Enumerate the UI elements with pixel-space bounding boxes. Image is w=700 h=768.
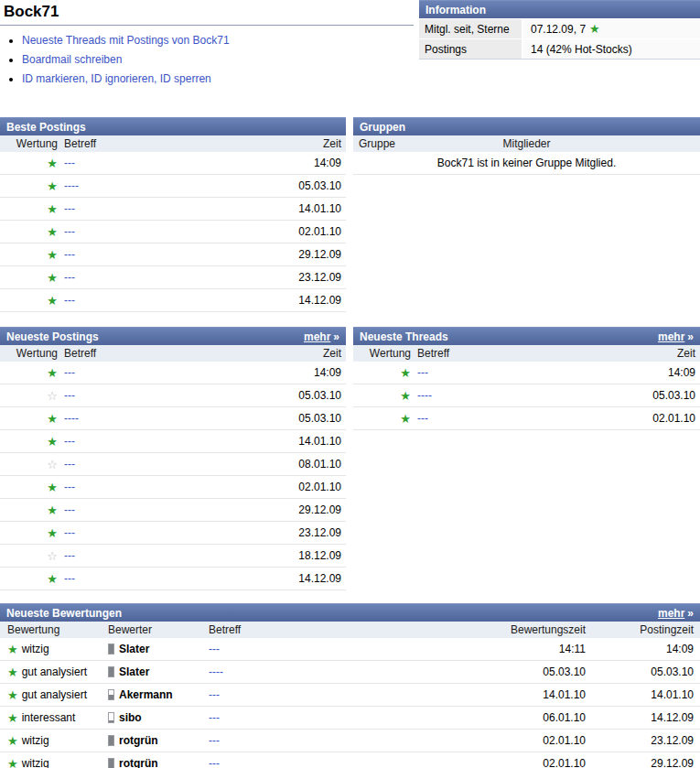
col-bewerter: Bewerter: [108, 623, 209, 636]
bewerter-cell: Akermann: [108, 688, 209, 701]
zeit-value: 29.12.09: [75, 503, 346, 516]
rating-star-icon: ★: [7, 666, 18, 678]
betreff-link[interactable]: ----: [64, 412, 79, 425]
column-header-row: Wertung Betreff Zeit: [0, 135, 346, 152]
table-row: ★ --- 14:09: [0, 362, 346, 384]
link-neueste-threads-von-user[interactable]: Neueste Threads mit Postings von Bock71: [22, 34, 230, 47]
star-icon: ★: [589, 23, 600, 35]
beste-postings-rows: ★ --- 14:09 ★ ---- 05.03.10 ★ --- 14.01.…: [0, 152, 346, 312]
table-row: ★ --- 23.12.09: [0, 266, 346, 289]
betreff-link[interactable]: ---: [64, 503, 75, 516]
betreff-link[interactable]: ---: [64, 572, 75, 585]
column-header-row: Wertung Betreff Zeit: [0, 345, 346, 362]
rating-label: gut analysiert: [22, 688, 87, 701]
betreff-link[interactable]: ----: [64, 179, 79, 192]
bewerter-link[interactable]: sibo: [119, 711, 142, 724]
panel-title: Gruppen: [360, 121, 405, 134]
mehr-link[interactable]: mehr»: [658, 607, 694, 620]
title-divider: [0, 25, 414, 26]
betreff-link[interactable]: ---: [417, 412, 428, 425]
table-row: ☆ --- 18.12.09: [0, 545, 346, 568]
betreff-link[interactable]: ---: [209, 757, 220, 768]
col-wertung: Wertung: [0, 137, 58, 150]
mehr-label[interactable]: mehr: [658, 330, 684, 343]
zeit-value: 14:09: [75, 366, 346, 379]
betreff-link[interactable]: ---: [209, 711, 220, 724]
link-id-aktionen[interactable]: ID markieren, ID ignorieren, ID sperren: [22, 72, 211, 85]
bewertungszeit-value: 14:11: [448, 643, 586, 655]
user-level-icon: [108, 666, 114, 677]
bewerter-link[interactable]: Akermann: [119, 688, 173, 701]
mehr-link[interactable]: mehr»: [658, 330, 694, 343]
bewertung-cell: ★ interessant: [0, 711, 108, 724]
rating-star-icon: ★: [0, 180, 58, 192]
bewertung-cell: ★ gut analysiert: [0, 688, 108, 701]
bewerter-link[interactable]: rotgrün: [119, 757, 158, 768]
table-row: ★ --- 14:09: [353, 362, 700, 384]
betreff-link[interactable]: ---: [64, 481, 75, 493]
zeit-value: 05.03.10: [79, 179, 346, 192]
col-wertung: Wertung: [0, 347, 58, 360]
col-postingzeit: Postingzeit: [586, 623, 700, 636]
zeit-value: 05.03.10: [75, 389, 346, 402]
betreff-link[interactable]: ----: [209, 665, 223, 678]
table-row: ★ --- 14.01.10: [0, 198, 346, 221]
betreff-link[interactable]: ---: [64, 248, 75, 261]
neueste-threads-panel: Neueste Threads mehr» Wertung Betreff Ze…: [353, 327, 700, 430]
betreff-link[interactable]: ---: [64, 271, 75, 284]
zeit-value: 14.12.09: [75, 572, 346, 585]
mehr-link[interactable]: mehr»: [304, 330, 339, 343]
table-row: ★ --- 14.12.09: [0, 289, 346, 312]
list-item: Neueste Threads mit Postings von Bock71: [22, 34, 414, 47]
postingzeit-value: 14:09: [586, 643, 700, 655]
col-mitglieder: Mitglieder: [353, 137, 700, 150]
betreff-link[interactable]: ----: [417, 389, 432, 402]
betreff-link[interactable]: ---: [209, 734, 220, 747]
betreff-link[interactable]: ---: [64, 458, 75, 471]
bewerter-link[interactable]: Slater: [119, 665, 149, 678]
rating-star-icon: ★: [0, 504, 58, 516]
mehr-label[interactable]: mehr: [304, 330, 330, 343]
col-zeit: Zeit: [96, 137, 346, 150]
betreff-link[interactable]: ---: [64, 549, 75, 562]
table-row: ★ --- 29.12.09: [0, 499, 346, 522]
bewertungszeit-value: 14.01.10: [448, 688, 586, 701]
table-row: ★ ---- 05.03.10: [0, 175, 346, 198]
betreff-link[interactable]: ---: [64, 202, 75, 215]
bewerter-link[interactable]: rotgrün: [119, 734, 158, 747]
betreff-link[interactable]: ---: [64, 435, 75, 448]
table-row: ★ --- 14:09: [0, 152, 346, 175]
col-zeit: Zeit: [449, 347, 700, 360]
betreff-link[interactable]: ---: [417, 366, 428, 379]
neueste-threads-header: Neueste Threads mehr»: [353, 327, 700, 345]
betreff-link[interactable]: ---: [64, 366, 75, 379]
betreff-link[interactable]: ---: [64, 157, 75, 169]
rating-star-icon: ★: [0, 249, 58, 261]
link-boardmail-schreiben[interactable]: Boardmail schreiben: [22, 53, 122, 66]
bewertung-cell: ★ witzig: [0, 643, 108, 655]
betreff-link[interactable]: ---: [209, 643, 220, 655]
zeit-value: 08.01.10: [75, 458, 346, 471]
zeit-value: 02.01.10: [75, 225, 346, 238]
mehr-label[interactable]: mehr: [658, 607, 684, 620]
table-row: ★ witzig Slater --- 14:11 14:09: [0, 638, 700, 661]
neueste-postings-rows: ★ --- 14:09 ☆ --- 05.03.10 ★ ---- 05.03.…: [0, 362, 346, 590]
table-row: ★ interessant sibo --- 06.01.10 14.12.09: [0, 707, 700, 730]
rating-star-icon: ★: [353, 390, 411, 402]
betreff-link[interactable]: ---: [64, 225, 75, 238]
table-row: ☆ --- 05.03.10: [0, 384, 346, 407]
betreff-link[interactable]: ---: [209, 688, 220, 701]
bewerter-link[interactable]: Slater: [119, 643, 149, 655]
bewertung-cell: ★ witzig: [0, 734, 108, 747]
table-row: ★ witzig rotgrün --- 02.01.10 23.12.09: [0, 730, 700, 752]
betreff-cell: ----: [209, 665, 448, 678]
betreff-link[interactable]: ---: [64, 389, 75, 402]
rating-star-icon: ★: [0, 157, 58, 169]
betreff-link[interactable]: ---: [64, 526, 75, 539]
neueste-bewertungen-panel: Neueste Bewertungen mehr» Bewertung Bewe…: [0, 603, 700, 768]
rating-star-icon: ★: [353, 413, 411, 425]
table-row: ★ --- 23.12.09: [0, 522, 346, 545]
bewerter-cell: rotgrün: [108, 757, 209, 768]
rating-star-icon: ★: [0, 203, 58, 215]
betreff-link[interactable]: ---: [64, 294, 75, 307]
